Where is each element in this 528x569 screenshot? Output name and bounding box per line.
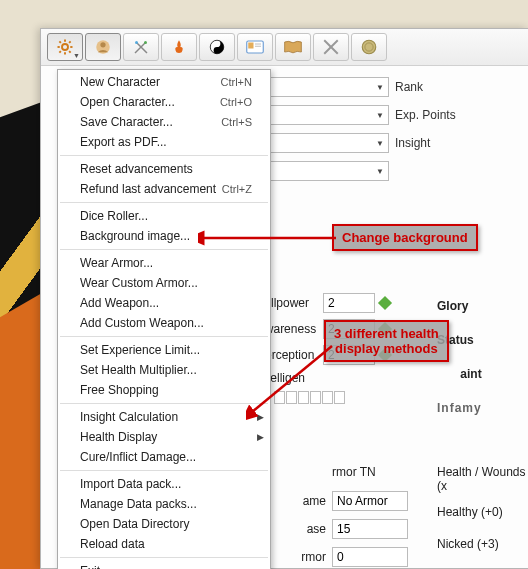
armor-row-input[interactable] [332,547,408,567]
menu-item[interactable]: Wear Custom Armor... [58,273,270,293]
menu-item[interactable]: Reset advancements [58,159,270,179]
menu-item-label: Add Weapon... [80,296,159,310]
menu-item[interactable]: Health Display▶ [58,427,270,447]
dropdown-arrow-icon: ▼ [73,52,80,59]
book-icon [283,40,303,54]
menu-item[interactable]: Set Experience Limit... [58,340,270,360]
armor-row: ame [274,491,408,511]
menu-item[interactable]: Add Weapon... [58,293,270,313]
menu-item[interactable]: Manage Data packs... [58,494,270,514]
svg-point-16 [216,43,218,45]
exp-label: Exp. Points [395,108,456,122]
settings-button[interactable]: ▼ [47,33,83,61]
menu-item[interactable]: Refund last advancementCtrl+Z [58,179,270,199]
menu-item-label: Export as PDF... [80,135,167,149]
menu-item-label: Manage Data packs... [80,497,197,511]
menu-item[interactable]: Cure/Inflict Damage... [58,447,270,467]
combat-button[interactable] [123,33,159,61]
menu-shortcut: Ctrl+Z [222,182,252,196]
fire-button[interactable] [161,33,197,61]
chevron-down-icon: ▼ [372,139,384,148]
swords-icon [132,38,150,56]
health-wounds-header: Health / Wounds (x [437,465,528,493]
svg-point-14 [135,41,138,44]
svg-point-10 [100,42,105,47]
menu-separator [60,155,268,156]
health-row: Nicked (+3) [437,537,528,551]
menu-separator [60,470,268,471]
menu-item[interactable]: Background image... [58,226,270,246]
health-row: Healthy (+0) [437,505,528,519]
coin-icon [360,38,378,56]
svg-line-12 [137,43,148,54]
menu-item[interactable]: Save Character...Ctrl+S [58,112,270,132]
menu-item-label: Exit [80,564,100,569]
insight-label: Insight [395,136,430,150]
svg-rect-19 [248,43,253,49]
menu-item-label: Reset advancements [80,162,193,176]
card-button[interactable] [237,33,273,61]
app-window: ▼ ▼ Rank [40,28,528,569]
menu-separator [60,336,268,337]
menu-item[interactable]: Reload data [58,534,270,554]
menu-item-label: Open Character... [80,95,175,109]
armor-row-label: ase [274,522,332,536]
menu-item[interactable]: Import Data pack... [58,474,270,494]
menu-item-label: New Character [80,75,160,89]
menu-item[interactable]: Open Character...Ctrl+O [58,92,270,112]
menu-item[interactable]: Wear Armor... [58,253,270,273]
menu-item-label: Dice Roller... [80,209,148,223]
menu-item[interactable]: Exit [58,561,270,569]
diamond-icon [378,296,392,310]
void-points-boxes[interactable] [274,391,345,404]
submenu-arrow-icon: ▶ [257,410,264,424]
menu-item-label: Import Data pack... [80,477,181,491]
menu-item[interactable]: New CharacterCtrl+N [58,72,270,92]
rank-combo[interactable]: ▼ [259,77,389,97]
armor-row-label: ame [274,494,332,508]
chevron-down-icon: ▼ [372,111,384,120]
extra-combo[interactable]: ▼ [259,161,389,181]
annotation-health-methods: 3 different health display methods [324,320,449,362]
svg-line-8 [69,41,71,43]
insight-combo[interactable]: ▼ [259,133,389,153]
character-icon [94,38,112,56]
yinyang-button[interactable] [199,33,235,61]
book-button[interactable] [275,33,311,61]
menu-item-label: Set Experience Limit... [80,343,200,357]
card-icon [246,40,264,54]
main-menu: New CharacterCtrl+NOpen Character...Ctrl… [57,69,271,569]
menu-item[interactable]: Free Shopping [58,380,270,400]
submenu-arrow-icon: ▶ [257,430,264,444]
cross-swords-icon [322,38,340,56]
menu-item[interactable]: Add Custom Weapon... [58,313,270,333]
menu-item[interactable]: Insight Calculation▶ [58,407,270,427]
annotation-change-bg: Change background [332,224,478,251]
exp-combo[interactable]: ▼ [259,105,389,125]
menu-shortcut: Ctrl+O [220,95,252,109]
svg-point-17 [216,49,218,51]
menu-item[interactable]: Dice Roller... [58,206,270,226]
menu-separator [60,403,268,404]
armor-row-input[interactable] [332,491,408,511]
menu-item-label: Reload data [80,537,145,551]
menu-item-label: Save Character... [80,115,173,129]
main-toolbar: ▼ [41,29,528,66]
stat-value-input[interactable] [323,293,375,313]
flame-icon [171,38,187,56]
menu-item-label: Wear Armor... [80,256,153,270]
coin-button[interactable] [351,33,387,61]
menu-item[interactable]: Set Health Multiplier... [58,360,270,380]
armor-row-input[interactable] [332,519,408,539]
infamy-label: Infamy [437,401,482,415]
menu-item[interactable]: Export as PDF... [58,132,270,152]
character-button[interactable] [85,33,121,61]
menu-item-label: Set Health Multiplier... [80,363,197,377]
svg-point-0 [62,44,68,50]
weapons-button[interactable] [313,33,349,61]
menu-item-label: Add Custom Weapon... [80,316,204,330]
menu-item-label: Insight Calculation [80,410,178,424]
menu-item[interactable]: Open Data Directory [58,514,270,534]
armor-row: ase [274,519,408,539]
gear-icon [56,38,74,56]
